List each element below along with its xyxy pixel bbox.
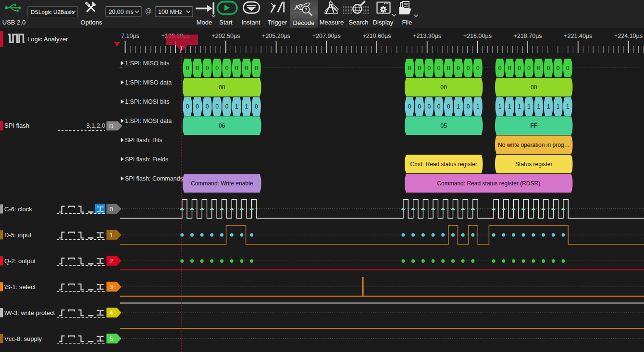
- svg-text:Command: Write enable: Command: Write enable: [191, 180, 253, 187]
- svg-text:1: 1: [537, 103, 540, 110]
- svg-text:4: 4: [110, 309, 113, 316]
- svg-text:Q-2: output: Q-2: output: [4, 257, 36, 265]
- svg-text:0: 0: [225, 103, 229, 110]
- svg-text:Measure: Measure: [320, 19, 344, 26]
- svg-text:0: 0: [408, 65, 411, 72]
- svg-text:00: 00: [441, 84, 447, 91]
- svg-text:Trigger: Trigger: [268, 19, 287, 26]
- svg-text:20.00 ms: 20.00 ms: [109, 9, 134, 15]
- svg-text:0: 0: [245, 65, 248, 72]
- svg-text:No write operation in prog…: No write operation in prog…: [498, 142, 570, 148]
- svg-text:\W-3: write protect: \W-3: write protect: [4, 309, 55, 316]
- svg-text:1:SPI: MISO bits: 1:SPI: MISO bits: [125, 60, 169, 67]
- svg-text:1:SPI: MOSI bits: 1:SPI: MOSI bits: [125, 98, 169, 105]
- svg-text:D-5: input: D-5: input: [4, 231, 32, 239]
- svg-text:0: 0: [527, 65, 531, 72]
- svg-text:Instant: Instant: [241, 19, 260, 26]
- svg-text:0: 0: [498, 65, 502, 72]
- svg-text:0: 0: [508, 65, 511, 72]
- svg-text:1: 1: [508, 103, 511, 110]
- svg-text:1: 1: [557, 103, 560, 110]
- svg-text:+205.20µs: +205.20µs: [262, 33, 290, 39]
- svg-text:0: 0: [215, 65, 219, 72]
- svg-text:T: T: [180, 46, 183, 51]
- svg-text:0: 0: [547, 65, 550, 72]
- svg-text:0: 0: [225, 65, 229, 72]
- svg-text:0: 0: [196, 103, 199, 110]
- svg-text:D: D: [109, 123, 113, 130]
- svg-text:SPI flash: SPI flash: [4, 122, 29, 129]
- svg-text:0: 0: [427, 65, 431, 72]
- svg-text:+218.70µs: +218.70µs: [514, 33, 542, 39]
- svg-text:Mode: Mode: [197, 19, 212, 26]
- svg-text:Start: Start: [219, 19, 233, 26]
- svg-text:0: 0: [196, 65, 199, 72]
- svg-text:C-6: clock: C-6: clock: [4, 206, 32, 213]
- svg-text:3: 3: [110, 283, 113, 291]
- svg-text:5: 5: [110, 335, 113, 342]
- svg-text:+221.40µs: +221.40µs: [564, 33, 592, 39]
- svg-text:@: @: [145, 7, 151, 15]
- svg-text:06: 06: [219, 122, 225, 129]
- svg-text:+213.30µs: +213.30µs: [413, 33, 441, 39]
- svg-text:0: 0: [537, 65, 540, 72]
- svg-text:0: 0: [418, 65, 421, 72]
- svg-text:1: 1: [527, 103, 531, 110]
- svg-text:1: 1: [498, 103, 502, 110]
- svg-text:0: 0: [206, 65, 209, 72]
- svg-text:Cmd: Read status register: Cmd: Read status register: [410, 161, 477, 168]
- svg-text:0: 0: [186, 103, 189, 110]
- svg-text:0: 0: [255, 65, 258, 72]
- svg-text:0: 0: [518, 65, 521, 72]
- svg-text:File: File: [402, 19, 412, 26]
- svg-text:100 MHz: 100 MHz: [158, 9, 182, 15]
- svg-text:DSLogic U2Basic: DSLogic U2Basic: [31, 9, 74, 15]
- svg-text:Display: Display: [373, 19, 394, 26]
- svg-text:0: 0: [235, 65, 238, 72]
- svg-text:1: 1: [110, 231, 113, 239]
- svg-text:+224.10µs: +224.10µs: [614, 33, 643, 39]
- svg-text:Vcc-8: supply: Vcc-8: supply: [4, 335, 42, 342]
- svg-text:1: 1: [235, 103, 238, 110]
- svg-text:0: 0: [447, 103, 450, 110]
- svg-text:0: 0: [437, 103, 441, 110]
- svg-text:?: ?: [304, 7, 307, 12]
- svg-text:0: 0: [566, 65, 570, 72]
- svg-text:SPI flash: Fields: SPI flash: Fields: [125, 156, 168, 163]
- svg-text:0: 0: [457, 65, 460, 72]
- svg-text:1:SPI: MOSI data: 1:SPI: MOSI data: [125, 118, 172, 124]
- svg-text:0: 0: [467, 65, 470, 72]
- svg-text:1: 1: [476, 103, 480, 110]
- svg-text:Command: Read status register: Command: Read status register (RDSR): [437, 180, 540, 187]
- svg-text:0: 0: [476, 65, 480, 72]
- svg-text:0: 0: [206, 103, 209, 110]
- svg-text:Options: Options: [81, 19, 102, 26]
- svg-text:0: 0: [408, 103, 411, 110]
- svg-text:+207.90µs: +207.90µs: [312, 33, 341, 39]
- svg-text:SPI flash: Commands: SPI flash: Commands: [125, 175, 183, 182]
- svg-text:1: 1: [457, 103, 460, 110]
- svg-text:3,1,2,0: 3,1,2,0: [86, 122, 105, 129]
- svg-text:1: 1: [547, 103, 550, 110]
- svg-text:0: 0: [447, 65, 450, 72]
- svg-text:0: 0: [437, 65, 441, 72]
- svg-text:Decode: Decode: [293, 19, 315, 26]
- svg-text:\S-1: select: \S-1: select: [4, 283, 36, 291]
- svg-text:7.10µs: 7.10µs: [121, 33, 139, 39]
- svg-text:0: 0: [427, 103, 431, 110]
- svg-text:+210.60µs: +210.60µs: [363, 33, 391, 39]
- svg-text:Logic Analyzer: Logic Analyzer: [27, 36, 68, 43]
- svg-text:0: 0: [557, 65, 560, 72]
- svg-text:1: 1: [245, 103, 248, 110]
- svg-text:0: 0: [186, 65, 189, 72]
- svg-text:SPI flash: Bits: SPI flash: Bits: [125, 137, 162, 144]
- svg-text:+202.50µs: +202.50µs: [211, 33, 240, 39]
- svg-text:+216.00µs: +216.00µs: [463, 33, 492, 39]
- svg-text:1: 1: [518, 103, 521, 110]
- svg-text:05: 05: [441, 122, 447, 129]
- svg-text:Status register: Status register: [515, 161, 552, 168]
- svg-text:00: 00: [531, 84, 537, 91]
- svg-text:FF: FF: [530, 122, 537, 129]
- svg-text:0: 0: [110, 206, 113, 213]
- svg-text:Search: Search: [348, 19, 368, 26]
